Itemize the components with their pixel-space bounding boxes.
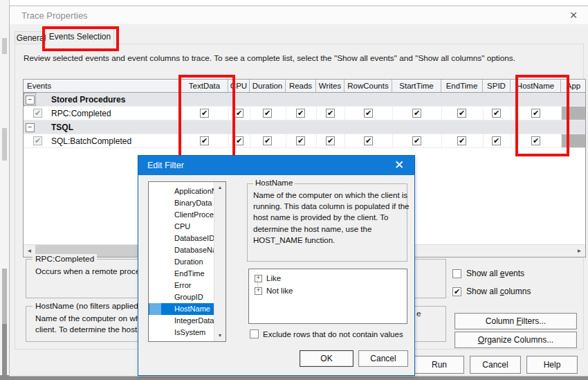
grid-line (511, 134, 511, 148)
column-header-starttime[interactable]: StartTime (392, 80, 441, 93)
column-header-cpu[interactable]: CPU (228, 80, 250, 93)
tree-item-label: Not like (266, 287, 293, 295)
cell-checkbox-cpu[interactable]: ✔ (235, 136, 244, 145)
column-header-spid[interactable]: SPID (483, 80, 511, 93)
rpc-completed-description: Occurs when a remote procedur (35, 266, 152, 277)
column-header-textdata[interactable]: TextData (181, 80, 228, 93)
obscured-text-fragment: e (416, 309, 421, 318)
help-button[interactable]: Help (526, 356, 578, 374)
column-header-writes[interactable]: Writes (316, 80, 344, 93)
column-header-endtime[interactable]: EndTime (441, 80, 483, 93)
cell-checkbox-reads[interactable]: ✔ (296, 136, 305, 145)
cell-checkbox-writes[interactable]: ✔ (326, 109, 335, 118)
tree-connector (257, 281, 259, 288)
grid-line (483, 107, 484, 120)
event-row: ✔RPC:Completed✔✔✔✔✔✔✔✔✔✔ (24, 107, 585, 120)
edit-filter-close-icon[interactable]: ✕ (392, 157, 407, 174)
parent-scrollbar-segment (2, 128, 7, 161)
show-all-columns-checkbox[interactable]: ✔ (452, 287, 461, 296)
cell-checkbox-spid[interactable]: ✔ (492, 109, 501, 118)
rpc-completed-groupbox-label: RPC:Completed (33, 254, 97, 264)
collapse-expander-icon[interactable]: − (26, 96, 35, 105)
edit-filter-title-bar: Edit Filter ✕ (138, 156, 414, 175)
cancel-label: Cancel (482, 360, 508, 370)
grid-line (392, 134, 393, 148)
tab-events-selection-label: Events Selection (49, 32, 111, 42)
ok-button[interactable]: OK (300, 350, 353, 367)
event-row: ✔SQL:BatchCompleted✔✔✔✔✔✔✔✔✔✔ (24, 134, 585, 148)
organize-columns-button[interactable]: Organize Columns... (454, 332, 577, 348)
exclude-rows-checkbox[interactable] (250, 329, 259, 338)
edit-filter-cancel-button[interactable]: Cancel (358, 350, 408, 367)
column-header-hostname[interactable]: HostName (511, 80, 561, 93)
cell-checkbox-cpu[interactable]: ✔ (235, 109, 244, 118)
grid-line (24, 147, 585, 148)
scroll-down-icon[interactable]: ▼ (214, 330, 226, 341)
grid-line (250, 134, 250, 148)
close-icon[interactable]: × (565, 7, 582, 24)
cell-checkbox-duration[interactable]: ✔ (263, 136, 272, 145)
grid-line (316, 134, 317, 148)
event-group-row: −TSQL (24, 120, 585, 134)
cell-checkbox-rowcounts[interactable]: ✔ (364, 109, 373, 118)
event-label: SQL:BatchCompleted (51, 136, 131, 146)
show-all-columns-label: Show all columns (466, 287, 531, 296)
expand-icon[interactable]: + (255, 287, 262, 295)
cell-checkbox-duration[interactable]: ✔ (263, 109, 272, 118)
collapse-expander-icon[interactable]: − (26, 123, 35, 132)
column-filters-button[interactable]: Column Filters... (454, 313, 577, 329)
cell-checkbox-rowcounts[interactable]: ✔ (364, 136, 373, 145)
column-header-reads[interactable]: Reads (286, 80, 316, 93)
column-header-duration[interactable]: Duration (250, 80, 286, 93)
cell-checkbox-writes[interactable]: ✔ (326, 136, 335, 145)
event-label: RPC:Completed (51, 109, 111, 118)
filter-conditions-tree: +Like+Not like (248, 269, 407, 324)
grid-line (181, 134, 182, 148)
tab-events-selection[interactable]: Events Selection (46, 28, 114, 46)
tab-general[interactable]: General (15, 31, 48, 44)
scroll-up-icon[interactable]: ▲ (214, 182, 226, 193)
cell-checkbox-endtime[interactable]: ✔ (457, 109, 466, 118)
hostname-info-line: HOST_NAME function. (253, 235, 409, 246)
screen: Trace Properties × General Events Select… (0, 0, 588, 380)
hostname-info-line: running. This data column is populated i… (253, 201, 409, 212)
edit-filter-title: Edit Filter (147, 161, 184, 170)
cancel-button[interactable]: Cancel (470, 356, 521, 374)
event-group-label: TSQL (51, 123, 73, 132)
hostname-info-line: Name of the computer on which the client… (253, 190, 409, 201)
cell-checkbox-textdata[interactable]: ✔ (200, 136, 209, 145)
selected-item-icon (149, 303, 161, 315)
list-vertical-scrollbar[interactable]: ▲▼ (214, 182, 226, 341)
ok-label: OK (320, 354, 332, 363)
parent-scrollbar-segment (2, 269, 7, 324)
cell-checkbox-starttime[interactable]: ✔ (412, 136, 421, 145)
run-button[interactable]: Run (414, 356, 464, 374)
event-group-row: −Stored Procedures (24, 93, 585, 107)
grid-line (344, 107, 345, 120)
show-all-events-checkbox[interactable] (452, 269, 461, 278)
cell-checkbox-reads[interactable]: ✔ (296, 109, 305, 118)
grid-line (286, 134, 286, 148)
show-all-events-label: Show all events (466, 269, 524, 278)
cell-checkbox-spid[interactable]: ✔ (492, 136, 501, 145)
show-all-columns-row: ✔ Show all columns (452, 287, 531, 296)
column-header-rowcounts[interactable]: RowCounts (344, 80, 392, 93)
scroll-right-icon[interactable]: ► (573, 245, 585, 257)
cell-checkbox-hostname[interactable]: ✔ (531, 109, 540, 118)
tree-item-not-like[interactable]: +Not like (255, 284, 407, 297)
tree-item-like[interactable]: +Like (255, 272, 407, 284)
column-header-events[interactable]: Events (24, 80, 185, 93)
page-description: Review selected events and event columns… (24, 53, 515, 63)
cell-checkbox-starttime[interactable]: ✔ (412, 109, 421, 118)
edit-filter-cancel-label: Cancel (370, 354, 396, 363)
hostname-description-line: client. To determine the host na (35, 324, 151, 335)
grid-line (483, 134, 484, 148)
cell-checkbox-hostname[interactable]: ✔ (531, 136, 540, 145)
event-name-checkbox[interactable]: ✔ (33, 109, 42, 118)
event-name-checkbox[interactable]: ✔ (33, 136, 42, 145)
column-header-app[interactable]: App (561, 80, 586, 93)
cell-checkbox-endtime[interactable]: ✔ (457, 136, 466, 145)
tab-general-label: General (17, 33, 46, 43)
cell-checkbox-textdata[interactable]: ✔ (200, 109, 209, 118)
tree-item-label: Like (266, 274, 281, 282)
